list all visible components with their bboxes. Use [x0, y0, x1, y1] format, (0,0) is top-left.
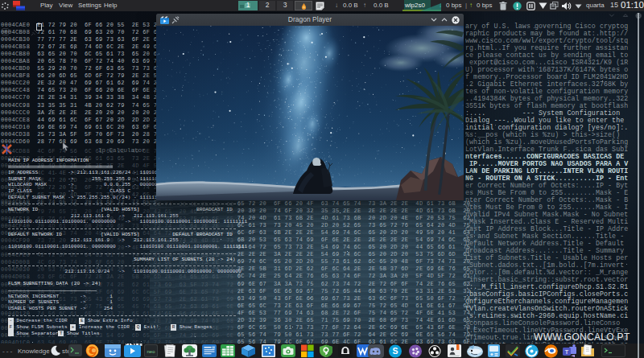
- svg-text:S: S: [392, 346, 398, 356]
- svg-text:neo: neo: [147, 349, 155, 354]
- svg-text:T: T: [565, 348, 569, 356]
